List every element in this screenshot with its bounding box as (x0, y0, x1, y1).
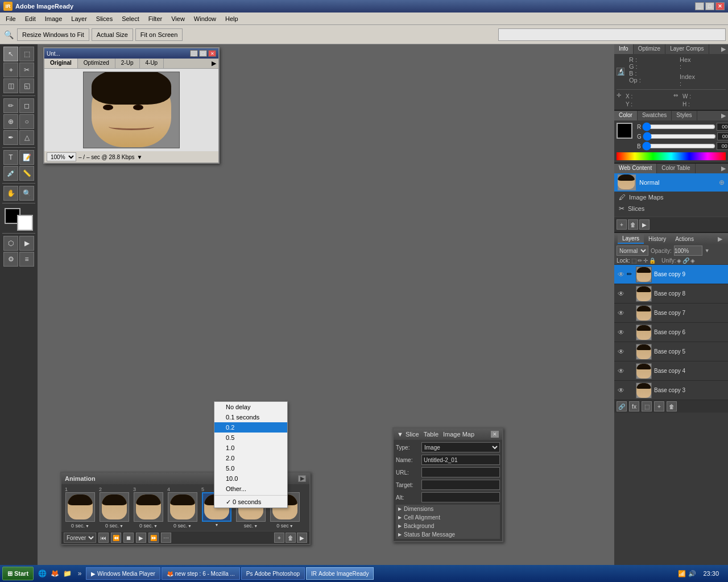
prev-frame-button[interactable]: ⏪ (111, 533, 121, 543)
opacity-input[interactable] (674, 246, 702, 256)
lasso-tool[interactable]: ⌖ (3, 63, 18, 77)
quick-launch-folder[interactable]: 📁 (62, 568, 72, 579)
taskbar-media-player[interactable]: ▶ Windows Media Player (86, 567, 160, 580)
r-input[interactable] (717, 123, 728, 131)
layer-eye-base-copy-6[interactable]: 👁 (617, 328, 626, 337)
select-tool[interactable]: ⬚ (19, 47, 34, 61)
slice-tab-table[interactable]: Table (424, 431, 439, 438)
web-content-normal-item[interactable]: Normal ⊕ (614, 173, 728, 192)
next-frame-button[interactable]: ⏩ (148, 533, 159, 543)
add-mask-button[interactable]: ⬚ (642, 401, 652, 411)
zoom-tool[interactable]: 🔍 (19, 186, 34, 201)
brush-tool[interactable]: ✏ (3, 98, 18, 113)
g-slider[interactable] (643, 134, 716, 139)
clone-tool[interactable]: ⊕ (3, 114, 18, 129)
image-minimize-button[interactable]: _ (190, 50, 198, 57)
frame-6-delay[interactable]: sec.▼ (244, 523, 258, 529)
dropdown-1-0[interactable]: 1.0 (214, 443, 287, 453)
layer-eye-base-copy-5[interactable]: 👁 (617, 347, 626, 356)
tab-web-content[interactable]: Web Content (614, 164, 657, 173)
unify-link-icon[interactable]: 🔗 (682, 257, 689, 264)
measure-tool[interactable]: 📏 (19, 166, 34, 181)
background-section[interactable]: ▶ Background (396, 522, 500, 530)
layer-eye-base-copy-9[interactable]: 👁 (617, 270, 626, 279)
unify-pos-icon[interactable]: ◈ (677, 257, 681, 264)
b-slider[interactable] (642, 144, 715, 148)
image-close-button[interactable]: ✕ (208, 50, 216, 57)
dimensions-section[interactable]: ▶ Dimensions (396, 505, 500, 513)
tab-optimized[interactable]: Optimized (78, 59, 115, 68)
resize-icon[interactable]: ⇔ (673, 92, 681, 100)
minimize-button[interactable]: _ (695, 2, 704, 10)
quick-launch-ff[interactable]: 🦊 (49, 568, 60, 579)
layer-tool[interactable]: ≡ (19, 252, 34, 267)
fit-screen-button[interactable]: Fit on Screen (135, 28, 183, 41)
layer-link-button[interactable]: 🔗 (617, 401, 627, 411)
web-slices-item[interactable]: ✂ Slices (614, 203, 728, 214)
menu-view[interactable]: View (167, 14, 189, 23)
dropdown-0-1-sec[interactable]: 0.1 seconds (214, 412, 287, 422)
eraser-tool[interactable]: ◻ (19, 98, 34, 113)
blend-mode-select[interactable]: Normal Multiply Screen (617, 246, 648, 256)
dropdown-10-0[interactable]: 10.0 (214, 473, 287, 484)
taskbar-photoshop[interactable]: Ps Adobe Photoshop (241, 567, 305, 580)
frame-2-thumb[interactable] (100, 492, 129, 522)
stop-button[interactable]: ⏹ (123, 533, 134, 543)
maximize-button[interactable]: □ (705, 2, 714, 10)
tab-2up[interactable]: 2-Up (115, 59, 140, 68)
tab-history[interactable]: History (644, 235, 671, 243)
layer-base-copy-3[interactable]: 👁 Base copy 3 (614, 381, 728, 400)
dropdown-other[interactable]: Other... (214, 484, 287, 494)
tab-color[interactable]: Color (614, 111, 638, 120)
eyedropper-icon[interactable]: 🔬 (617, 68, 624, 76)
dropdown-0-2[interactable]: 0.2 (214, 422, 287, 433)
notes-tool[interactable]: 📝 (19, 150, 34, 165)
layer-eye-base-copy-7[interactable]: 👁 (617, 309, 626, 318)
layer-base-copy-4[interactable]: 👁 Base copy 4 (614, 361, 728, 381)
dodge-tool[interactable]: ○ (19, 114, 34, 129)
web-image-maps-item[interactable]: 🖊 Image Maps (614, 192, 728, 203)
crosshair-icon[interactable]: ✛ (617, 92, 624, 100)
dropdown-0-seconds[interactable]: ✓ 0 seconds (214, 497, 287, 508)
active-color-swatch[interactable] (617, 123, 632, 139)
alt-input[interactable] (421, 492, 500, 502)
g-input[interactable] (717, 132, 728, 140)
layer-eye-base-copy-4[interactable]: 👁 (617, 367, 626, 376)
frame-4-thumb[interactable] (168, 492, 197, 522)
slice-tool[interactable]: ◫ (3, 78, 18, 93)
layer-eye-base-copy-8[interactable]: 👁 (617, 289, 626, 298)
delete-web-item-button[interactable]: 🗑 (628, 219, 638, 230)
animation-expand-button[interactable]: ▶ (298, 475, 306, 482)
add-layer-style-button[interactable]: fx (629, 401, 639, 411)
quick-launch-ie[interactable]: 🌐 (37, 568, 47, 579)
color-panel-menu-button[interactable]: ▶ (719, 111, 728, 120)
menu-layer[interactable]: Layer (67, 14, 92, 23)
color-selector[interactable] (5, 208, 33, 231)
first-frame-button[interactable]: ⏮ (98, 533, 109, 543)
unify-color-icon[interactable]: ◈ (690, 257, 695, 264)
crop-tool[interactable]: ✂ (19, 63, 34, 77)
layer-base-copy-7[interactable]: 👁 Base copy 7 (614, 304, 728, 323)
tab-optimize[interactable]: Optimize (634, 44, 665, 54)
tab-swatches[interactable]: Swatches (638, 111, 672, 120)
slice-select-tool[interactable]: ◱ (19, 78, 34, 93)
zoom-tool-icon[interactable]: 🔍 (2, 28, 15, 41)
quick-launch-arrow[interactable]: » (75, 568, 85, 579)
menu-help[interactable]: Help (221, 14, 243, 23)
frame-7-delay[interactable]: 0 sec▼ (276, 523, 293, 529)
start-button[interactable]: ⊞ Start (2, 567, 34, 580)
image-maximize-button[interactable]: □ (199, 50, 207, 57)
tab-styles[interactable]: Styles (672, 111, 697, 120)
tab-layers[interactable]: Layers (618, 234, 644, 244)
play-button[interactable]: ▶ (136, 533, 146, 543)
target-input[interactable] (421, 480, 500, 490)
move-tool[interactable]: ↖ (3, 47, 18, 61)
tab-actions[interactable]: Actions (671, 235, 698, 243)
new-layer-button[interactable]: + (654, 401, 664, 411)
dropdown-5-0[interactable]: 5.0 (214, 463, 287, 473)
taskbar-mozilla[interactable]: 🦊 new step : 6 - Mozilla ... (162, 567, 240, 580)
eyedropper-tool[interactable]: 💉 (3, 166, 18, 181)
resize-windows-button[interactable]: Resize Windows to Fit (17, 28, 89, 41)
anim-options-button[interactable]: ▶ (297, 533, 307, 543)
slice-tab-slice[interactable]: Slice (406, 431, 419, 438)
